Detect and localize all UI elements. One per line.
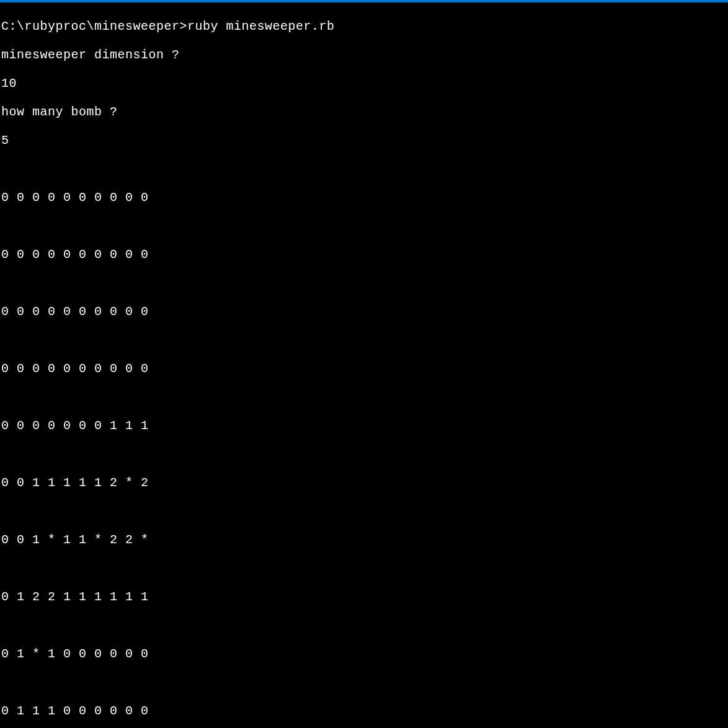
bomb-prompt: how many bomb ? (1, 105, 727, 119)
blank-line (1, 219, 727, 233)
revealed-row: 0 0 0 0 0 0 0 1 1 1 (1, 419, 727, 433)
blank-line (1, 504, 727, 518)
revealed-row: 0 0 1 * 1 1 * 2 2 * (1, 533, 727, 547)
blank-line (1, 162, 727, 176)
revealed-row: 0 0 0 0 0 0 0 0 0 0 (1, 304, 727, 319)
blank-line (1, 276, 727, 290)
dimension-input: 10 (1, 76, 727, 91)
blank-line (1, 561, 727, 575)
revealed-row: 0 0 0 0 0 0 0 0 0 0 (1, 190, 727, 205)
dimension-prompt: minesweeper dimension ? (1, 48, 727, 62)
revealed-row: 0 0 1 1 1 1 1 2 * 2 (1, 476, 727, 490)
revealed-row: 0 0 0 0 0 0 0 0 0 0 (1, 247, 727, 262)
revealed-row: 0 0 0 0 0 0 0 0 0 0 (1, 362, 727, 376)
blank-line (1, 447, 727, 461)
blank-line (1, 618, 727, 633)
blank-line (1, 333, 727, 347)
blank-line (1, 675, 727, 690)
revealed-row: 0 1 1 1 0 0 0 0 0 0 (1, 704, 727, 718)
revealed-row: 0 1 * 1 0 0 0 0 0 0 (1, 647, 727, 661)
command-line: C:\rubyproc\minesweeper>ruby minesweeper… (1, 19, 727, 33)
revealed-row: 0 1 2 2 1 1 1 1 1 1 (1, 590, 727, 604)
blank-line (1, 390, 727, 404)
terminal-output[interactable]: C:\rubyproc\minesweeper>ruby minesweeper… (0, 2, 728, 728)
bomb-input: 5 (1, 133, 727, 148)
